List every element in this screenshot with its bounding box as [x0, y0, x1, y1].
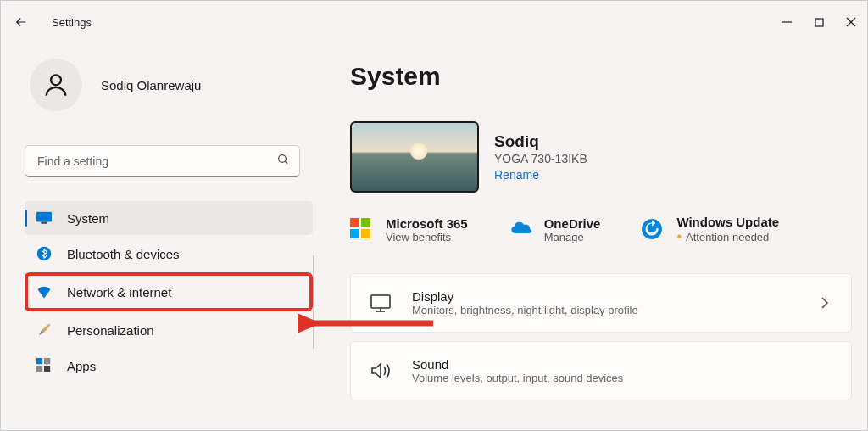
setting-title: Display	[412, 289, 800, 304]
onedrive-card[interactable]: OneDrive Manage	[509, 215, 601, 244]
wifi-icon	[36, 284, 52, 299]
maximize-button[interactable]	[813, 16, 825, 28]
brush-icon	[36, 322, 52, 338]
svg-rect-10	[44, 366, 50, 372]
svg-rect-8	[44, 358, 50, 364]
nav-personalization[interactable]: Personalization	[25, 313, 313, 347]
onedrive-icon	[509, 218, 532, 242]
nav-label: Bluetooth & devices	[67, 247, 180, 261]
card-title: Microsoft 365	[386, 216, 468, 231]
page-title: System	[350, 62, 852, 91]
ms365-card[interactable]: Microsoft 365 View benefits	[350, 215, 468, 244]
nav-label: Apps	[67, 359, 96, 373]
bluetooth-icon	[36, 246, 52, 261]
svg-rect-9	[36, 366, 42, 372]
search-icon	[276, 153, 290, 170]
titlebar: Settings	[1, 1, 867, 43]
nav-label: Personalization	[67, 323, 154, 338]
nav-bluetooth[interactable]: Bluetooth & devices	[25, 237, 313, 271]
device-wallpaper-thumb[interactable]	[350, 121, 479, 193]
svg-point-2	[51, 75, 61, 85]
device-card: Sodiq YOGA 730-13IKB Rename	[350, 121, 852, 193]
display-icon	[370, 292, 392, 314]
chevron-right-icon	[821, 297, 832, 309]
device-model: YOGA 730-13IKB	[494, 152, 587, 165]
status-cards: Microsoft 365 View benefits OneDrive Man…	[350, 215, 852, 244]
svg-rect-7	[36, 358, 42, 364]
nav-system[interactable]: System	[25, 201, 313, 235]
scrollbar[interactable]	[313, 255, 314, 349]
nav-label: System	[67, 211, 109, 226]
back-button[interactable]	[11, 12, 31, 32]
setting-display[interactable]: Display Monitors, brightness, night ligh…	[350, 273, 852, 333]
device-name: Sodiq	[494, 132, 587, 151]
svg-rect-5	[41, 222, 47, 224]
update-icon	[641, 218, 665, 242]
card-sub: View benefits	[386, 231, 468, 243]
settings-list: Display Monitors, brightness, night ligh…	[350, 273, 852, 400]
svg-rect-12	[371, 295, 390, 308]
minimize-button[interactable]	[781, 16, 793, 28]
setting-title: Sound	[412, 357, 832, 372]
card-sub: Attention needed	[676, 229, 779, 244]
setting-sub: Monitors, brightness, night light, displ…	[412, 304, 800, 316]
sound-icon	[370, 360, 392, 382]
apps-icon	[36, 358, 52, 373]
ms365-icon	[350, 218, 374, 242]
setting-sub: Volume levels, output, input, sound devi…	[412, 372, 832, 384]
windows-update-card[interactable]: Windows Update Attention needed	[641, 215, 779, 244]
window-controls	[781, 16, 857, 28]
profile-name: Sodiq Olanrewaju	[101, 78, 201, 92]
avatar	[30, 59, 82, 111]
system-icon	[36, 210, 52, 226]
sidebar: Sodiq Olanrewaju System Bluetooth & devi…	[1, 43, 314, 430]
profile[interactable]: Sodiq Olanrewaju	[25, 59, 299, 111]
nav-apps[interactable]: Apps	[25, 349, 313, 383]
main-content: System Sodiq YOGA 730-13IKB Rename Micro…	[314, 43, 867, 430]
svg-rect-1	[815, 19, 823, 26]
close-button[interactable]	[845, 16, 857, 28]
search-input[interactable]	[25, 145, 300, 177]
nav-network[interactable]: Network & internet	[25, 272, 313, 311]
card-title: Windows Update	[676, 215, 779, 229]
setting-sound[interactable]: Sound Volume levels, output, input, soun…	[350, 341, 852, 400]
nav-label: Network & internet	[67, 285, 171, 299]
card-sub: Manage	[544, 231, 601, 243]
nav: System Bluetooth & devices Network & int…	[25, 201, 299, 383]
svg-point-3	[279, 155, 287, 163]
svg-rect-4	[36, 212, 52, 222]
rename-link[interactable]: Rename	[494, 168, 587, 182]
search-field[interactable]	[25, 145, 300, 177]
card-title: OneDrive	[544, 216, 601, 231]
window-title: Settings	[52, 16, 92, 29]
